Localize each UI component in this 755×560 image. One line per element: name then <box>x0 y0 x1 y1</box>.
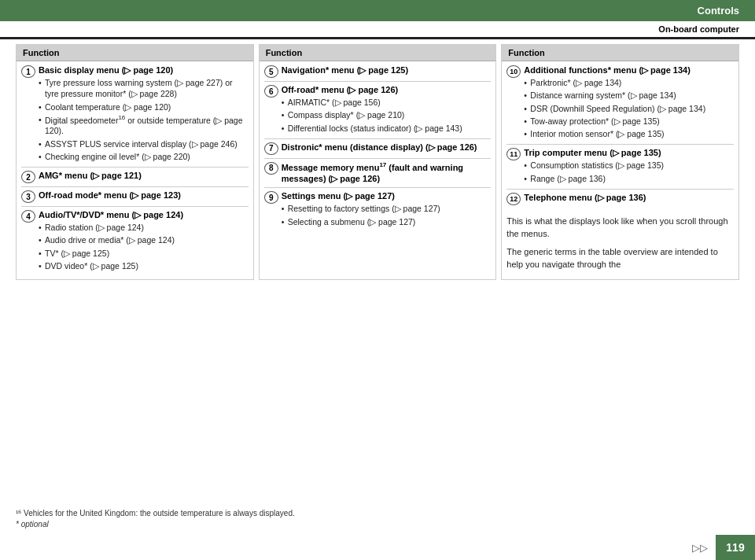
item-7-content: Distronic* menu (distance display) (▷ pa… <box>282 142 492 153</box>
item-11-content: Trip computer menu (▷ page 135) Consumpt… <box>524 147 734 186</box>
footer: ¹⁶ Vehicles for the United Kingdom: the … <box>16 509 739 529</box>
controls-label: Controls <box>698 5 739 17</box>
list-item: Interior motion sensor* (▷ page 135) <box>524 128 734 139</box>
item-5-title: Navigation* menu (▷ page 125) <box>282 64 492 76</box>
optional-label: * optional <box>16 520 739 529</box>
footnote-16: ¹⁶ Vehicles for the United Kingdom: the … <box>16 509 739 518</box>
column-3: Function 10 Additional functions* menu (… <box>501 44 739 280</box>
list-item: Radio station (▷ page 124) <box>39 222 249 233</box>
col3-header: Function <box>502 45 738 61</box>
item-7: 7 Distronic* menu (distance display) (▷ … <box>264 142 492 155</box>
item-6: 6 Off-road* menu (▷ page 126) AIRMATIC* … <box>264 84 492 135</box>
divider <box>21 167 249 168</box>
list-item: TV* (▷ page 125) <box>39 248 249 259</box>
item-4-title: Audio/TV*/DVD* menu (▷ page 124) <box>39 209 249 220</box>
list-item: Tyre pressure loss warning system (▷ pag… <box>39 77 249 99</box>
item-4: 4 Audio/TV*/DVD* menu (▷ page 124) Radio… <box>21 209 249 273</box>
item-7-title: Distronic* menu (distance display) (▷ pa… <box>282 142 492 153</box>
item-4-subitems: Radio station (▷ page 124) Audio drive o… <box>39 222 249 271</box>
item-2-number: 2 <box>21 171 35 183</box>
onboard-header: On-board computer <box>0 21 755 39</box>
list-item: Distance warning system* (▷ page 134) <box>524 90 734 101</box>
item-3-number: 3 <box>21 190 35 203</box>
list-item: Checking engine oil level* (▷ page 220) <box>39 151 249 162</box>
item-6-subitems: AIRMATIC* (▷ page 156) Compass display* … <box>282 97 492 134</box>
col1-body: 1 Basic display menu (▷ page 120) Tyre p… <box>17 61 253 279</box>
item-11-subitems: Consumption statistics (▷ page 135) Rang… <box>524 160 734 183</box>
item-12-number: 12 <box>506 193 521 205</box>
divider <box>506 144 734 145</box>
col3-body: 10 Additional functions* menu (▷ page 13… <box>502 61 738 274</box>
list-item: DSR (Downhill Speed Regulation) (▷ page … <box>524 103 734 114</box>
list-item: Tow-away protection* (▷ page 135) <box>524 116 734 127</box>
col1-header: Function <box>17 45 253 61</box>
item-2-title: AMG* menu (▷ page 121) <box>39 170 249 181</box>
divider <box>21 206 249 207</box>
item-6-content: Off-road* menu (▷ page 126) AIRMATIC* (▷… <box>282 84 492 135</box>
item-7-number: 7 <box>264 142 278 155</box>
item-2-content: AMG* menu (▷ page 121) <box>39 170 249 181</box>
item-10: 10 Additional functions* menu (▷ page 13… <box>506 64 734 141</box>
item-6-title: Off-road* menu (▷ page 126) <box>282 84 492 95</box>
item-3-content: Off-road mode* menu (▷ page 123) <box>39 190 249 201</box>
onboard-label: On-board computer <box>658 24 739 34</box>
info-para-2: The generic terms in the table overview … <box>506 245 734 271</box>
item-8-content: Message memory menu17 (fault and warning… <box>282 161 492 184</box>
divider <box>506 189 734 190</box>
controls-header: Controls <box>0 0 755 21</box>
item-12: 12 Telephone menu (▷ page 136) <box>506 192 734 205</box>
list-item: AIRMATIC* (▷ page 156) <box>282 97 492 108</box>
page-number: 119 <box>716 535 755 560</box>
item-9-number: 9 <box>264 191 278 204</box>
item-1-content: Basic display menu (▷ page 120) Tyre pre… <box>39 64 249 164</box>
list-item: Selecting a submenu (▷ page 127) <box>282 216 492 227</box>
item-10-title: Additional functions* menu (▷ page 134) <box>524 64 734 76</box>
item-8: 8 Message memory menu17 (fault and warni… <box>264 161 492 184</box>
list-item: Audio drive or media* (▷ page 124) <box>39 234 249 245</box>
item-10-content: Additional functions* menu (▷ page 134) … <box>524 64 734 141</box>
item-9: 9 Settings menu (▷ page 127) Resetting t… <box>264 190 492 229</box>
item-9-subitems: Resetting to factory settings (▷ page 12… <box>282 203 492 227</box>
item-10-subitems: Parktronic* (▷ page 134) Distance warnin… <box>524 77 734 139</box>
info-text: This is what the displays look like when… <box>506 208 734 271</box>
item-12-title: Telephone menu (▷ page 136) <box>524 192 734 203</box>
list-item: DVD video* (▷ page 125) <box>39 260 249 271</box>
divider <box>264 81 492 82</box>
item-11-title: Trip computer menu (▷ page 135) <box>524 147 734 158</box>
divider <box>264 138 492 139</box>
item-5-content: Navigation* menu (▷ page 125) <box>282 64 492 76</box>
item-8-number: 8 <box>264 162 278 175</box>
list-item: Coolant temperature (▷ page 120) <box>39 101 249 112</box>
item-6-number: 6 <box>264 85 278 98</box>
item-5-number: 5 <box>264 65 278 78</box>
list-item: Digital speedometer16 or outside tempera… <box>39 114 249 137</box>
col2-header: Function <box>260 45 496 61</box>
list-item: Differential locks (status indicator) (▷… <box>282 123 492 134</box>
item-3: 3 Off-road mode* menu (▷ page 123) <box>21 190 249 203</box>
list-item: Compass display* (▷ page 210) <box>282 109 492 120</box>
column-1: Function 1 Basic display menu (▷ page 12… <box>16 44 254 280</box>
divider <box>264 187 492 188</box>
divider <box>264 158 492 159</box>
item-8-title: Message memory menu17 (fault and warning… <box>282 161 492 184</box>
info-para-1: This is what the displays look like when… <box>506 215 734 241</box>
list-item: Consumption statistics (▷ page 135) <box>524 160 734 171</box>
item-1-number: 1 <box>21 65 35 78</box>
column-2: Function 5 Navigation* menu (▷ page 125)… <box>259 44 497 280</box>
item-11: 11 Trip computer menu (▷ page 135) Consu… <box>506 147 734 186</box>
list-item: Parktronic* (▷ page 134) <box>524 77 734 88</box>
item-4-content: Audio/TV*/DVD* menu (▷ page 124) Radio s… <box>39 209 249 273</box>
item-9-title: Settings menu (▷ page 127) <box>282 190 492 201</box>
item-2: 2 AMG* menu (▷ page 121) <box>21 170 249 183</box>
item-1: 1 Basic display menu (▷ page 120) Tyre p… <box>21 64 249 164</box>
item-9-content: Settings menu (▷ page 127) Resetting to … <box>282 190 492 229</box>
item-4-number: 4 <box>21 210 35 223</box>
item-12-content: Telephone menu (▷ page 136) <box>524 192 734 203</box>
list-item: Range (▷ page 136) <box>524 173 734 184</box>
item-11-number: 11 <box>506 148 521 160</box>
nav-arrow: ▷▷ <box>692 542 708 554</box>
item-1-subitems: Tyre pressure loss warning system (▷ pag… <box>39 77 249 162</box>
main-content: Function 1 Basic display menu (▷ page 12… <box>0 44 755 280</box>
list-item: ASSYST PLUS service interval display (▷ … <box>39 138 249 149</box>
divider <box>21 186 249 187</box>
